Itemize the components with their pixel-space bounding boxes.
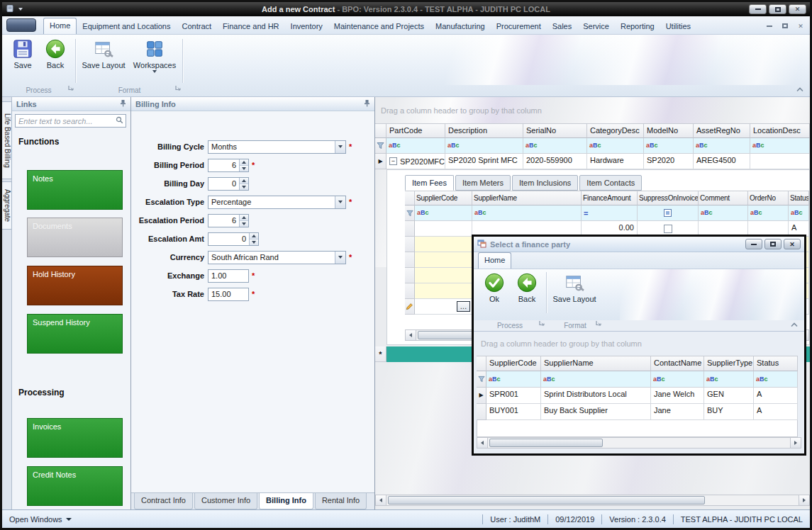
- ribbon-tab-service[interactable]: Service: [577, 19, 615, 34]
- currency-select[interactable]: South African Rand: [208, 251, 346, 264]
- cell-status[interactable]: A: [754, 388, 798, 404]
- suppliercode-editor[interactable]: …: [415, 299, 472, 315]
- supplier-row[interactable]: BUY001 Buy Back Supplier Jane BUY A: [477, 404, 798, 420]
- column-header-suppressoninvoice[interactable]: SuppressOnInvoice: [638, 191, 699, 205]
- scroll-right-icon[interactable]: [790, 438, 801, 448]
- tab-item-inclusions[interactable]: Item Inclusions: [512, 175, 578, 191]
- cell-assetregno[interactable]: AREG4500: [694, 154, 750, 169]
- open-windows-button[interactable]: Open Windows: [9, 515, 72, 524]
- maximize-button[interactable]: [769, 4, 786, 14]
- items-grid-master-row[interactable]: ▶ −SP2020MFC SP2020 Sprint MFC 2020-5599…: [375, 154, 810, 169]
- column-header-categorydesc[interactable]: CategoryDesc: [587, 123, 644, 138]
- column-header-comment[interactable]: Comment: [699, 191, 748, 205]
- ribbon-tab-procurement[interactable]: Procurement: [491, 19, 547, 34]
- tab-rental-info[interactable]: Rental Info: [315, 493, 367, 509]
- filter-cell-suppliercode[interactable]: aBc: [415, 205, 472, 221]
- scroll-left-icon[interactable]: [406, 330, 416, 340]
- filter-cell-serialno[interactable]: aBc: [523, 138, 587, 154]
- cell-suppliercode[interactable]: SPR001: [486, 388, 541, 404]
- ribbon-tab-manufacturing[interactable]: Manufacturing: [430, 19, 491, 34]
- cell-categorydesc[interactable]: Hardware: [587, 154, 644, 169]
- escalation-type-select[interactable]: Percentage: [208, 196, 346, 209]
- cell-suppliertype[interactable]: GEN: [704, 388, 754, 404]
- side-tab-life-based-billing[interactable]: Life Based Billing: [2, 101, 12, 179]
- column-header-status[interactable]: Status: [754, 356, 798, 371]
- column-header-modelno[interactable]: ModelNo: [644, 123, 694, 138]
- ribbon-tab-equipment-and-locations[interactable]: Equipment and Locations: [77, 19, 176, 34]
- mdi-restore-button[interactable]: [778, 21, 792, 31]
- lookup-ellipsis-button[interactable]: …: [457, 301, 470, 312]
- ribbon-collapse-icon[interactable]: [796, 86, 804, 94]
- filter-cell-categorydesc[interactable]: aBc: [587, 138, 644, 154]
- mdi-minimize-button[interactable]: [762, 21, 777, 31]
- column-header-suppliername[interactable]: SupplierName: [472, 191, 582, 205]
- tab-customer-info[interactable]: Customer Info: [194, 493, 257, 509]
- application-menu-button[interactable]: [6, 18, 36, 32]
- scroll-left-icon[interactable]: [477, 438, 488, 448]
- column-header-suppliertype[interactable]: SupplierType: [704, 356, 754, 371]
- dropdown-arrow-icon[interactable]: [335, 252, 345, 264]
- filter-cell-suppliername[interactable]: aBc: [472, 205, 582, 221]
- column-header-status[interactable]: Status: [789, 191, 809, 205]
- ribbon-tab-reporting[interactable]: Reporting: [615, 19, 660, 34]
- cell-serialno[interactable]: 2020-559900: [523, 154, 587, 169]
- scrollbar-thumb[interactable]: [388, 496, 705, 504]
- ribbon-tab-sales[interactable]: Sales: [547, 19, 578, 34]
- scroll-left-icon[interactable]: [376, 495, 386, 505]
- supplier-row[interactable]: ▶ SPR001 Sprint Distributors Local Jane …: [477, 388, 798, 404]
- checkbox-unchecked-icon[interactable]: [664, 225, 672, 233]
- cell-modelno[interactable]: SP2020: [644, 154, 694, 169]
- cell-description[interactable]: SP2020 Sprint MFC: [445, 154, 523, 169]
- collapse-detail-icon[interactable]: −: [389, 157, 397, 165]
- billing-period-spinner[interactable]: 6: [208, 159, 249, 172]
- filter-cell-assetregno[interactable]: aBc: [694, 138, 750, 154]
- tab-item-fees[interactable]: Item Fees: [405, 175, 454, 191]
- spin-up-icon[interactable]: [240, 215, 248, 221]
- cell-contactname[interactable]: Jane: [651, 404, 704, 420]
- ribbon-tab-maintenance-and-projects[interactable]: Maintenance and Projects: [328, 19, 430, 34]
- save-button[interactable]: Save: [8, 38, 38, 69]
- filter-cell-comment[interactable]: aBc: [699, 205, 748, 221]
- hold-history-button[interactable]: Hold History: [27, 266, 123, 305]
- pin-icon[interactable]: [120, 99, 126, 108]
- column-header-suppliername[interactable]: SupplierName: [541, 356, 651, 371]
- ribbon-tab-home[interactable]: Home: [43, 18, 77, 34]
- cell-contactname[interactable]: Jane Welch: [651, 388, 704, 404]
- spin-up-icon[interactable]: [250, 233, 258, 239]
- exchange-field[interactable]: 1.00: [208, 269, 249, 283]
- tab-contract-info[interactable]: Contract Info: [134, 493, 193, 509]
- filter-cell-status[interactable]: aBc: [754, 371, 798, 388]
- billing-day-spinner[interactable]: 0: [208, 177, 249, 191]
- filter-cell-modelno[interactable]: aBc: [644, 138, 694, 154]
- filter-cell-suppliercode[interactable]: aBc: [486, 371, 541, 388]
- column-header-assetregno[interactable]: AssetRegNo: [694, 123, 750, 138]
- scroll-right-icon[interactable]: [799, 495, 809, 505]
- dialog-group-by-panel[interactable]: Drag a column header to group by that co…: [474, 332, 804, 356]
- cell-suppliername[interactable]: Buy Back Supplier: [541, 404, 651, 420]
- ribbon-tab-finance-and-hr[interactable]: Finance and HR: [217, 19, 285, 34]
- back-button[interactable]: Back: [40, 38, 70, 69]
- documents-button[interactable]: Documents: [27, 218, 123, 257]
- filter-cell-partcode[interactable]: aBc: [386, 138, 445, 154]
- escalation-period-spinner[interactable]: 6: [208, 214, 249, 227]
- escalation-amt-spinner[interactable]: 0: [208, 232, 259, 246]
- search-input[interactable]: [16, 117, 116, 125]
- filter-cell-locationdesc[interactable]: aBc: [750, 138, 810, 154]
- filter-cell-status[interactable]: aBc: [789, 205, 809, 221]
- tab-item-contacts[interactable]: Item Contacts: [579, 175, 642, 191]
- cell-suppliercode[interactable]: BUY001: [486, 404, 541, 420]
- column-header-description[interactable]: Description: [445, 123, 523, 138]
- tab-item-meters[interactable]: Item Meters: [455, 175, 511, 191]
- filter-cell-orderno[interactable]: aBc: [748, 205, 789, 221]
- spin-down-icon[interactable]: [240, 184, 248, 190]
- suspend-history-button[interactable]: Suspend History: [27, 314, 123, 354]
- filter-cell-suppressoninvoice[interactable]: [638, 205, 699, 221]
- dialog-hscrollbar[interactable]: [477, 437, 801, 449]
- dialog-launcher-icon[interactable]: [596, 318, 601, 329]
- dialog-maximize-button[interactable]: [764, 239, 782, 249]
- spin-down-icon[interactable]: [240, 166, 248, 171]
- side-tab-aggregate[interactable]: Aggregate: [2, 181, 12, 230]
- minimize-button[interactable]: [749, 4, 767, 14]
- billing-cycle-select[interactable]: Months: [208, 140, 346, 154]
- cell-partcode[interactable]: −SP2020MFC: [386, 154, 445, 169]
